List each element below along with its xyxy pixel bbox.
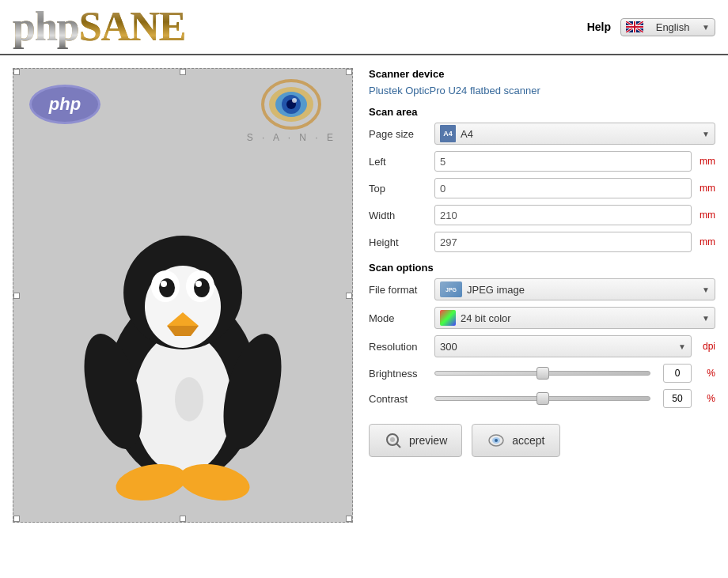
file-format-label: File format [369,284,428,296]
main-content: php S · A · N · E [0,55,728,535]
jpeg-icon: JPG [440,281,462,297]
height-unit: mm [698,236,715,247]
left-input[interactable] [434,151,692,172]
resize-handle-ml[interactable] [13,293,20,299]
mode-row: Mode 24 bit color ▼ [369,307,715,329]
scan-area-title: Scan area [369,106,715,118]
preview-area: php S · A · N · E [13,68,353,523]
scan-options-title: Scan options [369,262,715,274]
height-row: Height mm [369,232,715,252]
brightness-label: Brightness [369,368,428,380]
app-logo: phpSANE [13,6,185,47]
contrast-unit: % [698,393,715,404]
brightness-row: Brightness % [369,364,715,383]
sane-text: S · A · N · E [247,132,336,143]
svg-point-24 [195,281,202,287]
mode-arrow: ▼ [702,314,710,323]
resize-handle-tl[interactable] [13,69,20,75]
mode-value: 24 bit color [461,312,511,324]
svg-point-37 [495,439,498,442]
height-input[interactable] [434,232,692,252]
resize-handle-tr[interactable] [346,69,352,75]
resize-handle-bl[interactable] [13,516,20,522]
resolution-dropdown[interactable]: 300 ▼ [434,335,692,357]
flag-uk-icon [626,21,643,32]
svg-point-21 [159,278,175,297]
mode-label: Mode [369,312,428,324]
page-size-label: Page size [369,128,428,140]
page-size-dropdown-left: A4 A4 [440,125,473,142]
svg-point-34 [390,437,395,442]
php-logo: php [29,85,100,124]
header: phpSANE Help English ▼ [0,0,728,55]
resolution-value: 300 [440,341,457,353]
top-input[interactable] [434,178,692,198]
preview-icon [384,431,403,450]
page-size-arrow: ▼ [702,130,710,138]
logo-sane-text: SANE [79,4,186,49]
file-format-dropdown[interactable]: JPG JPEG image ▼ [434,278,715,300]
accept-icon [487,431,506,450]
resolution-unit: dpi [698,341,715,352]
preview-button[interactable]: preview [369,424,462,457]
scanner-device-name: Plustek OpticPro U24 flatbed scanner [369,85,715,96]
contrast-label: Contrast [369,393,428,405]
contrast-slider-track[interactable] [434,396,650,401]
svg-line-33 [396,444,400,448]
contrast-row: Contrast % [369,389,715,408]
help-link[interactable]: Help [587,21,611,33]
page-size-value: A4 [461,128,473,140]
buttons-row: preview accept [369,424,715,457]
page-size-icon: A4 [440,125,456,142]
scan-preview[interactable]: php S · A · N · E [13,68,353,523]
page-size-row: Page size A4 A4 ▼ [369,123,715,145]
brightness-slider-track[interactable] [434,371,650,376]
accept-button[interactable]: accept [472,424,559,457]
width-row: Width mm [369,205,715,225]
resize-handle-tm[interactable] [180,69,186,75]
svg-point-22 [194,278,210,297]
svg-point-14 [292,98,297,103]
resolution-arrow: ▼ [678,342,686,351]
svg-point-31 [175,377,203,421]
resize-handle-mr[interactable] [346,293,352,299]
sane-logo: S · A · N · E [247,77,336,143]
preview-box: php S · A · N · E [13,68,353,523]
brightness-value-input[interactable] [663,364,692,383]
left-label: Left [369,156,428,168]
language-dropdown-arrow: ▼ [702,23,710,32]
width-input[interactable] [434,205,692,225]
header-right: Help English ▼ [587,18,715,36]
contrast-value-input[interactable] [663,389,692,408]
file-format-dropdown-left: JPG JPEG image [440,281,525,297]
brightness-slider-container [434,371,650,376]
mode-dropdown-left: 24 bit color [440,310,511,326]
left-unit: mm [698,156,715,167]
svg-rect-8 [626,26,643,28]
color-mode-icon [440,310,456,326]
width-unit: mm [698,210,715,221]
brightness-slider-thumb[interactable] [537,367,549,380]
contrast-slider-container [434,396,650,401]
sane-eye-icon [260,77,323,132]
width-label: Width [369,210,428,221]
scanner-device-title: Scanner device [369,68,715,80]
tux-penguin [72,190,294,506]
svg-point-23 [161,281,167,287]
language-selector[interactable]: English ▼ [620,18,715,36]
top-row: Top mm [369,178,715,198]
top-label: Top [369,183,428,195]
logo-php-text: php [13,4,79,49]
resize-handle-bm[interactable] [180,516,186,522]
preview-button-label: preview [409,434,447,447]
brightness-unit: % [698,368,715,379]
mode-dropdown[interactable]: 24 bit color ▼ [434,307,715,329]
file-format-value: JPEG image [467,284,525,296]
right-panel: Scanner device Plustek OpticPro U24 flat… [369,68,715,523]
left-row: Left mm [369,151,715,172]
page-size-dropdown[interactable]: A4 A4 ▼ [434,123,715,145]
resize-handle-br[interactable] [346,516,352,522]
resolution-label: Resolution [369,341,428,353]
height-label: Height [369,236,428,248]
contrast-slider-thumb[interactable] [537,392,549,405]
